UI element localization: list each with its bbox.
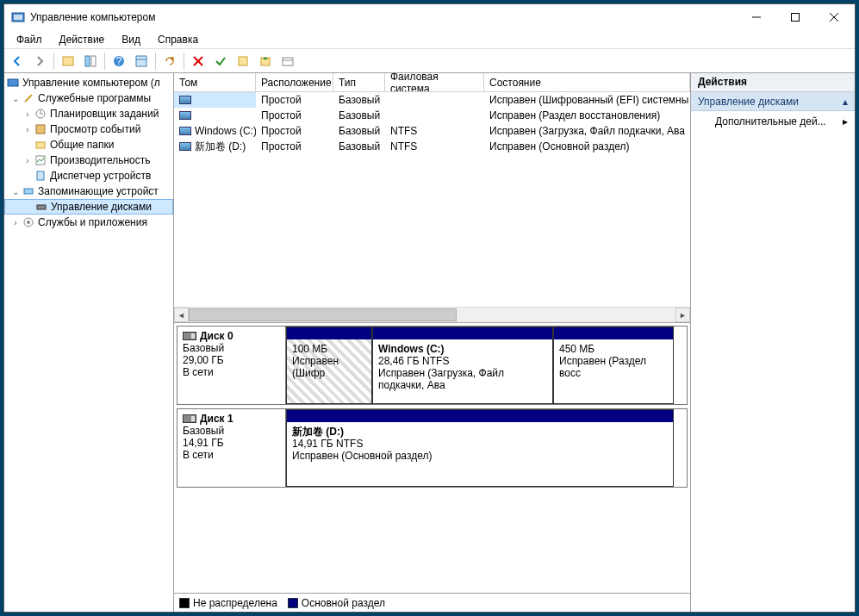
partition-size: 28,46 ГБ NTFS [378, 355, 547, 367]
back-button[interactable] [7, 51, 28, 72]
partition-size: 14,91 ГБ NTFS [292, 438, 668, 450]
view-list-button[interactable] [131, 51, 152, 72]
tree-disk-management[interactable]: Управление дисками [4, 199, 173, 215]
clock-icon [34, 107, 47, 121]
help-button[interactable]: ? [109, 51, 129, 72]
tree-scheduler[interactable]: › Планировщик заданий [4, 106, 173, 121]
toolbar: ? [4, 49, 855, 73]
apply-button[interactable] [210, 51, 231, 72]
actions-section[interactable]: Управление дисками ▴ [691, 92, 855, 111]
volume-fs [385, 92, 484, 108]
volume-row[interactable]: 新加卷 (D:)ПростойБазовыйNTFSИсправен (Осно… [174, 139, 690, 154]
partition[interactable]: Windows (C:)28,46 ГБ NTFSИсправен (Загру… [372, 327, 553, 404]
properties-button[interactable] [80, 51, 101, 72]
partition-size: 100 МБ [292, 343, 366, 355]
tools-icon [22, 91, 35, 105]
volume-list: Том Расположение Тип Файловая система Со… [174, 73, 690, 323]
collapse-icon[interactable]: ⌄ [9, 185, 22, 197]
tree-performance[interactable]: › Производительность [4, 152, 173, 168]
perf-icon [34, 153, 47, 167]
partition-stripe [554, 327, 673, 339]
collapse-icon[interactable]: ⌄ [9, 92, 22, 104]
svg-rect-1 [14, 15, 22, 20]
tree-storage[interactable]: ⌄ Запоминающие устройст [4, 184, 173, 199]
delete-button[interactable] [188, 51, 209, 72]
actions-header: Действия [691, 73, 855, 92]
maximize-button[interactable] [775, 5, 814, 29]
legend-primary: Основной раздел [288, 597, 385, 609]
disk-info[interactable]: Диск 1Базовый14,91 ГБВ сети [177, 409, 286, 487]
window-title: Управление компьютером [30, 11, 737, 23]
volume-row[interactable]: ПростойБазовыйИсправен (Шифрованный (EFI… [174, 92, 690, 108]
refresh-button[interactable] [159, 51, 180, 72]
app-icon [11, 10, 25, 24]
svg-rect-6 [63, 57, 73, 65]
menu-view[interactable]: Вид [115, 32, 147, 47]
folder-icon [34, 138, 47, 152]
disk-info[interactable]: Диск 0Базовый29,00 ГБВ сети [177, 327, 286, 404]
svg-rect-28 [24, 189, 33, 194]
chevron-right-icon: ▸ [843, 115, 848, 128]
volume-layout: Простой [256, 139, 333, 154]
show-hide-button[interactable] [58, 51, 78, 72]
col-type[interactable]: Тип [333, 73, 385, 91]
volume-row[interactable]: ПростойБазовыйИсправен (Раздел восстанов… [174, 108, 690, 123]
volume-status: Исправен (Загрузка, Файл подкачки, Ава [484, 123, 690, 139]
menubar: Файл Действие Вид Справка [4, 30, 855, 49]
volume-type: Базовый [333, 123, 385, 139]
volume-fs: NTFS [385, 123, 484, 139]
tree-system-tools[interactable]: ⌄ Служебные программы [4, 90, 173, 106]
col-volume[interactable]: Том [174, 73, 256, 91]
col-layout[interactable]: Расположение [256, 73, 333, 91]
content-area: Управление компьютером (л ⌄ Служебные пр… [4, 73, 855, 612]
up-button[interactable] [255, 51, 276, 72]
expand-icon[interactable]: › [22, 123, 34, 135]
titlebar: Управление компьютером [4, 4, 855, 30]
close-button[interactable] [814, 5, 853, 29]
expand-icon[interactable]: › [22, 108, 34, 120]
tree-shared-folders[interactable]: Общие папки [4, 137, 173, 152]
scroll-track[interactable] [189, 308, 675, 322]
tree-services[interactable]: › Службы и приложения [4, 215, 173, 230]
col-fs[interactable]: Файловая система [385, 73, 484, 91]
tree-event-viewer[interactable]: › Просмотр событий [4, 121, 173, 137]
scroll-right-icon[interactable]: ► [675, 308, 690, 322]
menu-file[interactable]: Файл [9, 32, 49, 47]
svg-point-13 [171, 57, 174, 60]
forward-button[interactable] [29, 51, 50, 72]
menu-help[interactable]: Справка [151, 32, 205, 47]
scroll-thumb[interactable] [189, 308, 457, 321]
scrollbar-horizontal[interactable]: ◄ ► [174, 307, 690, 322]
svg-rect-27 [37, 171, 44, 180]
partition[interactable]: 450 МБИсправен (Раздел восс [553, 327, 674, 404]
disk-icon [183, 414, 196, 423]
minimize-button[interactable] [737, 5, 775, 29]
volume-status: Исправен (Шифрованный (EFI) системны [484, 92, 690, 108]
svg-rect-8 [91, 56, 96, 66]
menu-action[interactable]: Действие [53, 32, 112, 47]
tree-device-manager[interactable]: Диспетчер устройств [4, 168, 173, 184]
volume-icon [179, 142, 191, 151]
disk-size: 14,91 ГБ [183, 437, 280, 449]
partition-title: 新加卷 (D:) [292, 426, 668, 438]
disk-icon [34, 200, 48, 214]
new-button[interactable] [233, 51, 253, 72]
partition[interactable]: 新加卷 (D:)14,91 ГБ NTFSИсправен (Основной … [286, 409, 674, 487]
volume-icon [179, 127, 191, 135]
col-status[interactable]: Состояние [484, 73, 690, 91]
expand-icon[interactable]: › [9, 216, 22, 228]
actions-more[interactable]: Дополнительные дей... ▸ [691, 111, 855, 132]
svg-rect-18 [283, 58, 293, 65]
tree-root[interactable]: Управление компьютером (л [4, 75, 173, 90]
svg-rect-11 [136, 56, 146, 66]
options-button[interactable] [277, 51, 298, 72]
volume-type: Базовый [333, 108, 385, 123]
disk-partitions: 100 МБИсправен (ШифрWindows (C:)28,46 ГБ… [286, 327, 687, 404]
expand-icon[interactable]: › [22, 154, 34, 166]
volume-row[interactable]: Windows (C:)ПростойБазовыйNTFSИсправен (… [174, 123, 690, 139]
disk-icon [183, 332, 196, 340]
scroll-left-icon[interactable]: ◄ [174, 308, 189, 322]
partition[interactable]: 100 МБИсправен (Шифр [286, 327, 372, 404]
computer-icon [6, 76, 20, 90]
legend-unallocated: Не распределена [179, 597, 277, 609]
